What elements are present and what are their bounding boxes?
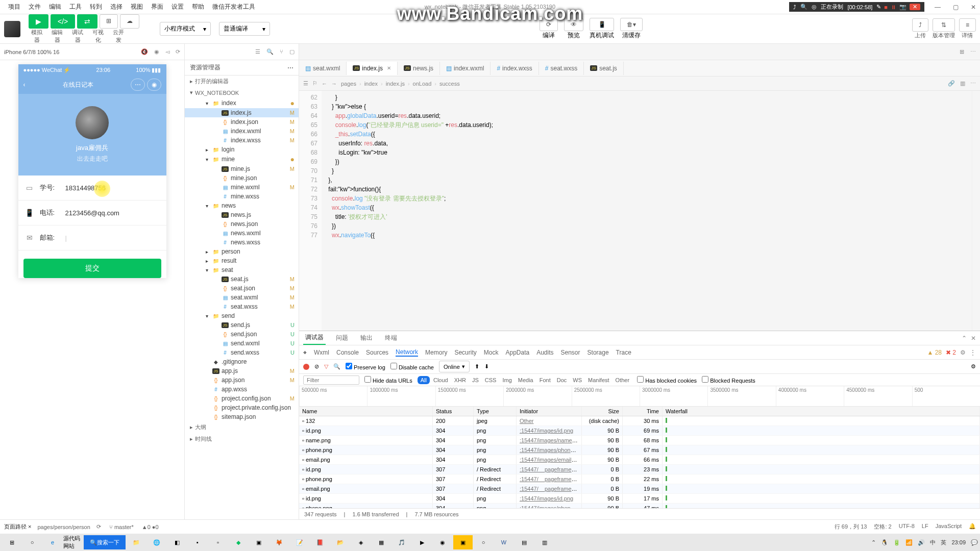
tree-item[interactable]: ▾📁send bbox=[185, 311, 299, 320]
blocked-requests-checkbox[interactable]: Blocked Requests bbox=[702, 376, 755, 384]
app-task-icon[interactable]: ◧ bbox=[167, 535, 187, 549]
tray-chevron-icon[interactable]: ⌃ bbox=[871, 539, 876, 546]
branch-icon[interactable]: ⑂ bbox=[280, 48, 283, 55]
project-section[interactable]: ▾ WX_NOTEBOOK bbox=[185, 87, 299, 98]
forward-icon[interactable]: → bbox=[331, 81, 337, 87]
gear-icon[interactable]: ⚙ bbox=[971, 363, 976, 370]
debug-main-tab[interactable]: 输出 bbox=[358, 332, 375, 344]
tree-item[interactable]: ▾📁seat bbox=[185, 265, 299, 274]
tree-item[interactable]: ◆.gitignore bbox=[185, 357, 299, 366]
viz-button[interactable]: ⊞ bbox=[100, 14, 118, 29]
tree-item[interactable]: JSsend.jsU bbox=[185, 320, 299, 330]
disable-cache-checkbox[interactable]: Disable cache bbox=[390, 363, 434, 370]
tree-item[interactable]: JSindex.jsM bbox=[185, 108, 299, 117]
refresh-icon[interactable]: ⟳ bbox=[96, 523, 101, 530]
network-timeline[interactable]: 500000 ms1000000 ms1500000 ms2000000 ms2… bbox=[299, 386, 980, 407]
more-icon[interactable]: ⋯ bbox=[287, 64, 293, 71]
tray-volume-icon[interactable]: 🔊 bbox=[918, 539, 925, 546]
tree-item[interactable]: ▤news.wxml bbox=[185, 229, 299, 238]
back-icon[interactable]: ‹ bbox=[23, 81, 26, 88]
clear-cache-button[interactable]: 🗑▾ bbox=[620, 18, 643, 31]
pencil-icon[interactable]: ✎ bbox=[876, 4, 881, 10]
devtools-tab[interactable]: Storage bbox=[587, 349, 609, 356]
tree-item[interactable]: ▾📁news bbox=[185, 201, 299, 210]
tree-item[interactable]: {}news.json bbox=[185, 219, 299, 229]
devtools-icon[interactable]: ▣ bbox=[249, 535, 268, 549]
editor-tab[interactable]: JS index.js✕ bbox=[347, 62, 398, 75]
branch-indicator[interactable]: master* bbox=[114, 524, 134, 530]
cursor-position[interactable]: 行 69，列 13 bbox=[835, 523, 867, 531]
phone-input[interactable]: 2123456@qq.com bbox=[65, 209, 119, 217]
avatar[interactable] bbox=[76, 106, 109, 139]
tree-item[interactable]: #mine.wxss bbox=[185, 192, 299, 201]
debug-main-tab[interactable]: 终端 bbox=[383, 332, 399, 344]
column-header[interactable]: Waterfall bbox=[663, 407, 980, 416]
app4-icon[interactable]: ▦ bbox=[372, 535, 391, 549]
menu-item[interactable]: 工具 bbox=[65, 1, 86, 13]
version-button[interactable]: ⇅ bbox=[933, 18, 955, 32]
tree-item[interactable]: {}index.jsonM bbox=[185, 117, 299, 127]
network-row[interactable]: ▫ id.png307/ Redirect:15447/__pageframe_… bbox=[299, 465, 980, 474]
tree-item[interactable]: #app.wxss bbox=[185, 385, 299, 394]
preview-button[interactable]: 👁 bbox=[564, 18, 583, 31]
menu-item[interactable]: 设置 bbox=[167, 1, 188, 13]
editor-tab[interactable]: ▤ seat.wxml bbox=[299, 62, 347, 75]
menu-item[interactable]: 转到 bbox=[86, 1, 106, 13]
tray-linux-icon[interactable]: 🐧 bbox=[881, 539, 888, 546]
tree-item[interactable]: JSseat.jsM bbox=[185, 274, 299, 284]
tray-wifi-icon[interactable]: 📶 bbox=[905, 539, 913, 546]
compile-button[interactable]: ⟳ bbox=[540, 18, 558, 31]
debug-main-tab[interactable]: 问题 bbox=[334, 332, 350, 344]
menu-item[interactable]: 选择 bbox=[106, 1, 127, 13]
mute-icon[interactable]: 🔇 bbox=[141, 48, 148, 55]
search-explorer-icon[interactable]: 🔍 bbox=[266, 48, 274, 55]
wechat-icon[interactable]: ◆ bbox=[229, 535, 248, 549]
devtools-tab[interactable]: Audits bbox=[536, 349, 553, 356]
split-icon[interactable]: ▥ bbox=[960, 80, 965, 87]
network-row[interactable]: ▫ phone.png304png:15447/images/phone.png… bbox=[299, 504, 980, 508]
clear-icon[interactable]: ⊘ bbox=[314, 363, 319, 370]
devtools-tab[interactable]: Security bbox=[454, 349, 476, 356]
menu-item[interactable]: 界面 bbox=[147, 1, 167, 13]
filter-pill[interactable]: Manifest bbox=[585, 376, 612, 384]
more-icon[interactable]: ⋯ bbox=[131, 79, 145, 91]
column-header[interactable]: Time bbox=[623, 407, 663, 416]
filter-icon[interactable]: ▽ bbox=[324, 363, 328, 370]
debugger-button[interactable]: ⇄ bbox=[77, 14, 97, 29]
simulator-button[interactable]: ▶ bbox=[29, 14, 48, 29]
upload-icon[interactable]: ⬆ bbox=[475, 363, 479, 370]
tree-item[interactable]: JSmine.jsM bbox=[185, 164, 299, 173]
tree-item[interactable]: JSnews.js bbox=[185, 210, 299, 219]
devtools-tab[interactable]: Sensor bbox=[561, 349, 580, 356]
outline-section[interactable]: ▸ 大纲 bbox=[185, 421, 299, 433]
app7-icon[interactable]: ○ bbox=[474, 535, 493, 549]
detail-button[interactable]: ≡ bbox=[959, 18, 976, 32]
blocked-cookies-checkbox[interactable]: Has blocked cookies bbox=[637, 376, 697, 384]
filter-pill[interactable]: CSS bbox=[482, 376, 499, 384]
edge-icon[interactable]: e bbox=[43, 535, 62, 549]
tree-item[interactable]: ▤mine.wxmlM bbox=[185, 183, 299, 192]
filter-pill[interactable]: Img bbox=[500, 376, 514, 384]
tree-item[interactable]: ▾📁index● bbox=[185, 98, 299, 108]
devtools-tab[interactable]: Sources bbox=[366, 349, 388, 356]
editor-tab[interactable]: # seat.wxss bbox=[539, 62, 584, 75]
filter-pill[interactable]: Other bbox=[613, 376, 632, 384]
throttle-select[interactable]: Online ▾ bbox=[439, 361, 470, 372]
filter-pill[interactable]: Cloud bbox=[431, 376, 451, 384]
bookmark-icon[interactable]: ⚐ bbox=[312, 80, 317, 87]
firefox-icon[interactable]: 🦊 bbox=[270, 535, 289, 549]
editor-tab[interactable]: # index.wxss bbox=[491, 62, 538, 75]
notepad-icon[interactable]: 📝 bbox=[290, 535, 309, 549]
network-row[interactable]: ▫ 132200jpegOther(disk cache)30 ms bbox=[299, 416, 980, 426]
list-icon[interactable]: ☰ bbox=[303, 80, 308, 87]
record-sim-icon[interactable]: ◉ bbox=[154, 48, 159, 55]
ime-lang1[interactable]: 中 bbox=[930, 539, 936, 546]
gear-icon[interactable]: ⚙ bbox=[960, 349, 966, 356]
target-close-icon[interactable]: ◉ bbox=[147, 79, 161, 91]
back-icon[interactable]: ← bbox=[322, 81, 327, 87]
filter-pill[interactable]: Font bbox=[537, 376, 553, 384]
element-picker-icon[interactable]: ⌖ bbox=[303, 349, 307, 356]
column-header[interactable]: Type bbox=[474, 407, 517, 416]
minimap[interactable] bbox=[972, 91, 980, 331]
menu-item[interactable]: 微信开发者工具 bbox=[208, 1, 259, 13]
